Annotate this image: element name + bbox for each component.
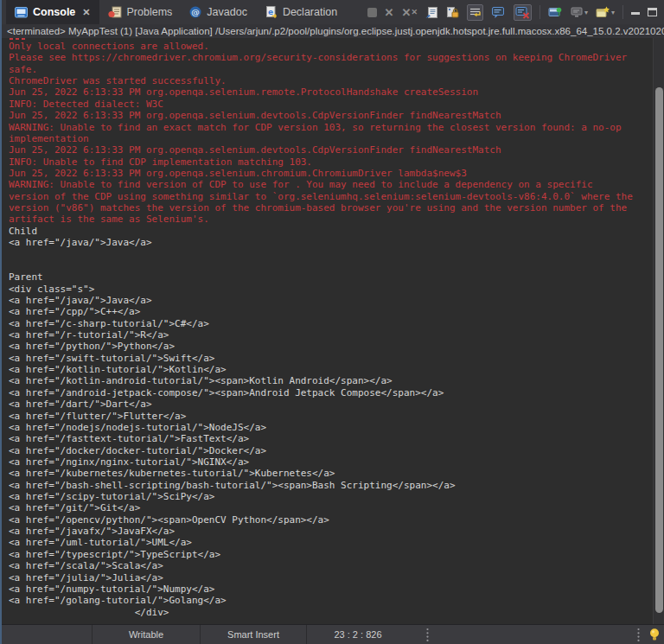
status-bar: Writable Smart Insert 23 : 2 : 826 [2, 624, 664, 644]
tab-javadoc[interactable]: @ Javadoc [181, 0, 256, 24]
scrollbar-thumb[interactable] [655, 87, 663, 613]
tab-console[interactable]: Console ✕ [6, 0, 99, 24]
tab-declaration-label: Declaration [283, 6, 337, 18]
open-console-icon[interactable]: ▾ [596, 6, 615, 18]
toolbar-separator [540, 5, 540, 19]
terminate-icon[interactable] [367, 8, 377, 17]
pin-console-icon[interactable] [548, 6, 563, 19]
eclipse-console-view: Console ✕ Problems @ [0, 0, 664, 644]
display-selected-console-icon[interactable]: ▾ [571, 7, 588, 18]
show-stdout-icon[interactable] [491, 6, 506, 19]
vertical-dots-icon[interactable] [637, 628, 640, 642]
tab-problems-label: Problems [127, 6, 173, 18]
statusbar-drag-handle[interactable] [409, 625, 446, 644]
tab-console-label: Console [33, 6, 75, 18]
vertical-scrollbar[interactable] [653, 38, 664, 624]
javadoc-icon: @ [189, 6, 201, 18]
remove-all-terminated-icon[interactable]: ✕✕ [402, 7, 418, 18]
close-icon[interactable]: ✕ [82, 7, 90, 18]
declaration-icon: e [265, 6, 278, 18]
tab-problems[interactable]: Problems [99, 0, 182, 24]
word-wrap-icon[interactable] [467, 4, 483, 21]
clear-console-icon[interactable] [425, 6, 438, 19]
svg-text:e: e [268, 8, 273, 16]
tab-declaration[interactable]: e Declaration [256, 0, 346, 24]
status-cursor-position: 23 : 2 : 826 [307, 625, 409, 644]
console-stderr-text: Only local connections are allowed. Plea… [9, 41, 634, 226]
console-process-label: <terminated> MyAppTest (1) [Java Applica… [2, 24, 664, 38]
problems-icon [108, 6, 122, 18]
statusbar-right [637, 625, 664, 644]
console-text: Only local connections are allowed. Plea… [2, 38, 664, 618]
svg-text:@: @ [192, 7, 201, 16]
remove-launch-icon[interactable]: ✕ [385, 7, 394, 18]
maximize-icon[interactable] [648, 8, 657, 16]
clipped-line-fragment [10, 38, 13, 40]
minimize-icon[interactable] [631, 10, 640, 15]
console-toolbar: ✕ ✕✕ [367, 0, 664, 24]
show-stderr-icon[interactable] [514, 4, 532, 21]
tab-javadoc-label: Javadoc [207, 6, 247, 18]
status-empty-cell [2, 625, 93, 644]
scroll-lock-icon[interactable] [446, 6, 459, 19]
lightbulb-icon[interactable] [648, 628, 661, 641]
chevron-down-icon: ▾ [584, 9, 588, 16]
console-output-area[interactable]: Only local connections are allowed. Plea… [2, 38, 664, 624]
view-tab-bar: Console ✕ Problems @ [2, 0, 664, 24]
chevron-down-icon: ▾ [611, 9, 615, 16]
console-icon [15, 7, 28, 18]
vertical-dots-icon [426, 628, 429, 642]
toolbar-separator [622, 5, 623, 19]
status-writable: Writable [93, 625, 201, 644]
status-insert-mode: Smart Insert [201, 625, 307, 644]
console-stdout-text: Child <a href="/java/">Java</a> Parent <… [9, 226, 634, 618]
